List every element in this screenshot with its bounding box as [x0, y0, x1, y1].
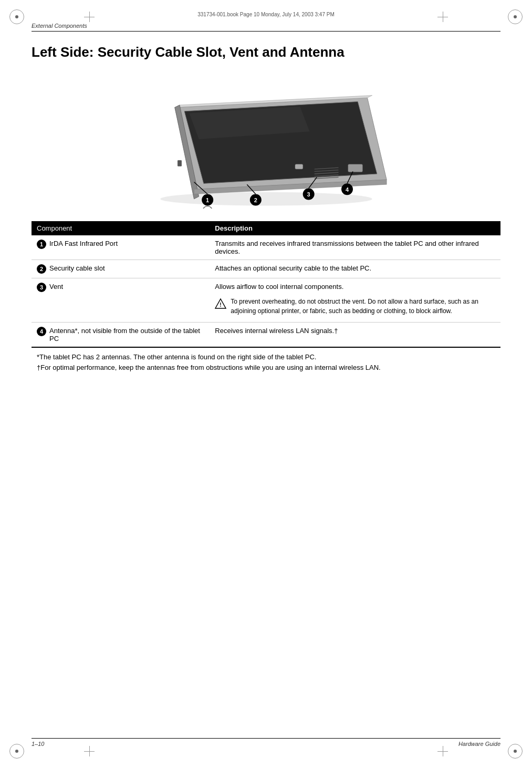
description-cell-2: Attaches an optional security cable to t… — [210, 260, 500, 278]
registration-mark-tr — [508, 9, 523, 24]
footnote-star: *The tablet PC has 2 antennas. The other… — [37, 352, 495, 362]
component-number-3: 3 — [37, 283, 46, 292]
table-row: 1 IrDA Fast Infrared Port Transmits and … — [32, 235, 500, 260]
book-info: 331734-001.book Page 10 Monday, July 14,… — [32, 9, 500, 19]
svg-point-27 — [203, 206, 212, 209]
tablet-illustration: 1 2 3 4 ⊞ — [124, 93, 408, 209]
table-header-component: Component — [32, 221, 210, 235]
component-name-1: IrDA Fast Infrared Port — [49, 240, 118, 247]
component-table: Component Description 1 IrDA Fast Infrar… — [32, 221, 500, 377]
svg-rect-13 — [348, 164, 362, 172]
component-cell-4: 4 Antenna*, not visible from the outside… — [32, 323, 210, 348]
warning-text-3: To prevent overheating, do not obstruct … — [231, 297, 495, 316]
footnote-row: *The tablet PC has 2 antennas. The other… — [32, 347, 500, 377]
svg-rect-7 — [178, 161, 181, 167]
header-bar: External Components — [32, 23, 500, 32]
description-cell-3: Allows airflow to cool internal componen… — [210, 278, 500, 323]
registration-mark-br — [508, 744, 523, 759]
description-cell-4: Receives internal wireless LAN signals.† — [210, 323, 500, 348]
component-number-1: 1 — [37, 240, 46, 249]
svg-text:1: 1 — [206, 197, 209, 203]
table-row: 4 Antenna*, not visible from the outside… — [32, 323, 500, 348]
component-cell-2: 2 Security cable slot — [32, 260, 210, 278]
svg-text:4: 4 — [345, 186, 349, 193]
svg-text:3: 3 — [307, 191, 310, 198]
footnote-dagger: †For optimal performance, keep the anten… — [37, 362, 495, 373]
description-cell-1: Transmits and receives infrared transmis… — [210, 235, 500, 260]
component-name-2: Security cable slot — [49, 264, 105, 272]
registration-mark-tl — [9, 9, 24, 24]
component-name-3: Vent — [49, 283, 63, 290]
table-header-description: Description — [210, 221, 500, 235]
cross-mark-bl — [84, 746, 95, 756]
footnote-area: *The tablet PC has 2 antennas. The other… — [32, 347, 500, 377]
footer-guide-name: Hardware Guide — [458, 741, 500, 747]
table-row: 2 Security cable slot Attaches an option… — [32, 260, 500, 278]
registration-mark-bl — [9, 744, 24, 759]
component-name-4: Antenna*, not visible from the outside o… — [49, 327, 204, 343]
warning-icon: ! — [215, 298, 226, 309]
svg-text:2: 2 — [254, 197, 257, 203]
svg-rect-14 — [295, 164, 303, 169]
component-cell-1: 1 IrDA Fast Infrared Port — [32, 235, 210, 260]
component-number-2: 2 — [37, 264, 46, 274]
cross-mark-br — [437, 746, 448, 756]
header-section-label: External Components — [32, 23, 87, 29]
svg-text:!: ! — [220, 302, 222, 308]
footer-bar: 1–10 Hardware Guide — [32, 738, 500, 747]
table-row: 3 Vent Allows airflow to cool internal c… — [32, 278, 500, 323]
footer-page-number: 1–10 — [32, 741, 44, 747]
page-content: 331734-001.book Page 10 Monday, July 14,… — [32, 0, 500, 377]
component-number-4: 4 — [37, 327, 46, 336]
warning-block-3: ! To prevent overheating, do not obstruc… — [215, 295, 495, 318]
page-title: Left Side: Security Cable Slot, Vent and… — [32, 44, 500, 60]
svg-point-0 — [160, 192, 372, 206]
device-image: 1 2 3 4 ⊞ — [114, 72, 419, 209]
component-cell-3: 3 Vent — [32, 278, 210, 323]
description-text-3: Allows airflow to cool internal componen… — [215, 283, 495, 290]
